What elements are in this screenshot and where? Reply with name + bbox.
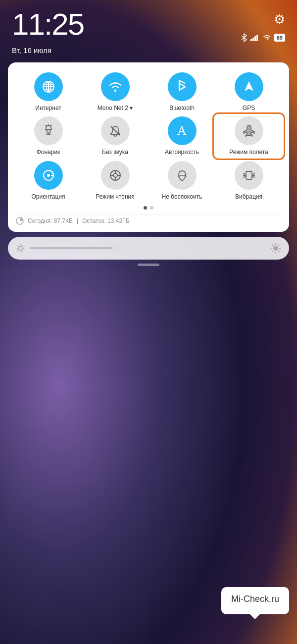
qs-label-gps: GPS bbox=[243, 105, 255, 111]
qs-label-orientation: Ориентация bbox=[31, 193, 65, 200]
qs-btn-orientation[interactable] bbox=[34, 161, 63, 190]
brightness-bar bbox=[8, 237, 289, 260]
data-usage-icon bbox=[16, 217, 24, 225]
qs-item-orientation[interactable]: Ориентация bbox=[16, 161, 81, 200]
page-dots bbox=[16, 206, 281, 210]
svg-point-38 bbox=[273, 246, 278, 251]
watermark: Mi-Check.ru bbox=[221, 587, 289, 614]
qs-label-airplane: Режим полета bbox=[229, 149, 268, 156]
brightness-track[interactable] bbox=[30, 247, 265, 249]
svg-line-35 bbox=[22, 250, 23, 251]
qs-btn-reading[interactable] bbox=[101, 161, 130, 190]
qs-item-airplane[interactable]: Режим полета bbox=[216, 116, 281, 156]
footer-separator: | bbox=[77, 217, 78, 224]
qs-item-internet[interactable]: Интернет bbox=[16, 72, 81, 111]
status-bar: 11:25 ⚙ 89 bbox=[0, 0, 297, 45]
svg-rect-2 bbox=[250, 39, 252, 41]
date-row: Вт, 16 июля bbox=[0, 45, 297, 59]
svg-point-14 bbox=[47, 174, 50, 177]
qs-label-auto-brightness: Автояркость bbox=[165, 149, 199, 156]
qs-label-silent: Без звука bbox=[102, 149, 128, 156]
svg-point-29 bbox=[18, 246, 22, 250]
status-icons: 89 bbox=[241, 33, 285, 42]
dot-2[interactable] bbox=[150, 206, 153, 210]
qs-label-dnd: Не беспокоить bbox=[162, 193, 202, 200]
qs-label-flashlight: Фонарик bbox=[37, 149, 60, 156]
clock: 11:25 bbox=[12, 9, 84, 40]
qs-label-vibration: Вибрация bbox=[235, 193, 262, 200]
qs-label-bluetooth: Bluetooth bbox=[169, 105, 195, 111]
watermark-text: Mi-Check.ru bbox=[231, 594, 279, 604]
svg-line-22 bbox=[244, 173, 245, 174]
qs-label-internet: Интернет bbox=[35, 105, 61, 111]
qs-label-reading: Режим чтения bbox=[96, 193, 134, 200]
brightness-fill bbox=[30, 247, 112, 249]
svg-line-36 bbox=[22, 246, 23, 247]
qs-label-wifi: Mono Net 2 ▾ bbox=[98, 105, 133, 111]
svg-line-43 bbox=[272, 245, 273, 246]
qs-grid: Интернет Mono Net 2 ▾ Bluetooth bbox=[16, 72, 281, 200]
qs-item-reading[interactable]: Режим чтения bbox=[83, 161, 148, 200]
qs-item-bluetooth[interactable]: Bluetooth bbox=[149, 72, 214, 111]
qs-item-flashlight[interactable]: Фонарик bbox=[16, 116, 81, 156]
qs-btn-dnd[interactable] bbox=[168, 161, 197, 190]
dot-1[interactable] bbox=[144, 206, 147, 210]
svg-line-37 bbox=[18, 250, 19, 251]
qs-item-dnd[interactable]: Не беспокоить bbox=[149, 161, 214, 200]
drag-handle[interactable] bbox=[138, 264, 159, 266]
svg-line-11 bbox=[51, 125, 52, 126]
quick-settings-panel: Интернет Mono Net 2 ▾ Bluetooth bbox=[8, 62, 289, 232]
qs-btn-airplane[interactable] bbox=[235, 116, 263, 145]
signal-icon bbox=[250, 34, 259, 41]
footer-today: Сегодня: 87,7КБ bbox=[28, 217, 73, 224]
qs-btn-auto-brightness[interactable]: A bbox=[168, 116, 197, 145]
svg-rect-4 bbox=[254, 36, 256, 41]
qs-btn-gps[interactable] bbox=[235, 72, 263, 101]
svg-line-34 bbox=[18, 246, 19, 247]
qs-footer: Сегодня: 87,7КБ | Остаток: 13,42ГБ bbox=[16, 215, 281, 225]
footer-remaining: Остаток: 13,42ГБ bbox=[82, 217, 129, 224]
svg-point-16 bbox=[113, 173, 117, 177]
svg-rect-21 bbox=[246, 171, 252, 179]
battery-badge: 89 bbox=[274, 34, 285, 42]
qs-btn-vibration[interactable] bbox=[235, 161, 263, 190]
svg-rect-3 bbox=[252, 38, 254, 41]
qs-item-vibration[interactable]: Вибрация bbox=[216, 161, 281, 200]
qs-item-silent[interactable]: Без звука bbox=[83, 116, 148, 156]
qs-btn-wifi[interactable] bbox=[101, 72, 130, 101]
svg-line-27 bbox=[253, 176, 254, 177]
svg-line-46 bbox=[272, 251, 273, 252]
svg-rect-5 bbox=[256, 35, 258, 41]
qs-item-auto-brightness[interactable]: A Автояркость bbox=[149, 116, 214, 156]
qs-btn-silent[interactable] bbox=[101, 116, 130, 145]
wifi-status-icon bbox=[262, 34, 271, 41]
qs-btn-internet[interactable] bbox=[34, 72, 63, 101]
brightness-low-icon bbox=[16, 244, 25, 253]
qs-item-wifi[interactable]: Mono Net 2 ▾ bbox=[83, 72, 148, 111]
svg-point-7 bbox=[114, 90, 116, 92]
qs-btn-flashlight[interactable] bbox=[34, 116, 63, 145]
brightness-high-icon bbox=[270, 243, 281, 254]
svg-line-24 bbox=[244, 176, 245, 177]
qs-item-gps[interactable]: GPS bbox=[216, 72, 281, 111]
bluetooth-status-icon bbox=[241, 33, 248, 42]
svg-line-10 bbox=[45, 125, 46, 126]
qs-btn-bluetooth[interactable] bbox=[168, 72, 197, 101]
gear-icon[interactable]: ⚙ bbox=[274, 12, 285, 27]
date-text: Вт, 16 июля bbox=[12, 46, 51, 54]
svg-line-45 bbox=[278, 245, 279, 246]
svg-line-25 bbox=[253, 173, 254, 174]
svg-line-44 bbox=[278, 251, 279, 252]
